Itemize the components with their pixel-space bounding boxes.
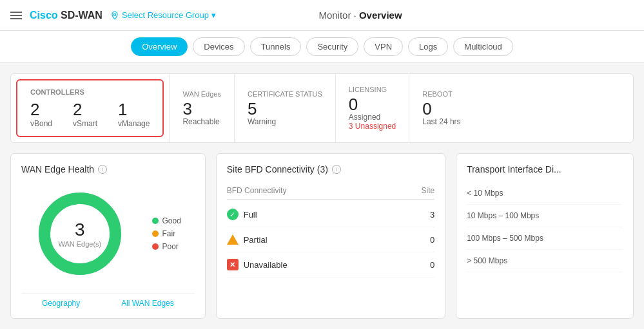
svg-point-0 (113, 14, 116, 16)
fair-label: Fair (162, 229, 176, 238)
bfd-col-site: Site (421, 186, 434, 195)
vmanage-count: 1 (118, 101, 150, 118)
bfd-card: Site BFD Connectivity (3) i BFD Connecti… (216, 153, 445, 319)
status-full-icon: ✓ (227, 209, 239, 220)
bfd-full-left: ✓ Full (227, 209, 257, 220)
good-dot (152, 218, 159, 224)
stats-row: CONTROLLERS 2 vBond 2 vSmart 1 vManage W… (10, 73, 634, 143)
resource-group-selector[interactable]: Select Resource Group ▾ (110, 10, 216, 20)
header: Cisco SD-WAN Select Resource Group ▾ Mon… (0, 0, 644, 31)
donut-legend: Good Fair Poor (152, 216, 181, 251)
controllers-section: CONTROLLERS 2 vBond 2 vSmart 1 vManage (16, 79, 164, 137)
bfd-full-count: 3 (430, 210, 434, 220)
vbond-stat: 2 vBond (30, 101, 52, 128)
vbond-label: vBond (30, 119, 52, 128)
bfd-title: Site BFD Connectivity (3) i (227, 164, 434, 174)
header-left: Cisco SD-WAN Select Resource Group ▾ (10, 10, 216, 21)
logo-sdwan: SD-WAN (58, 10, 102, 21)
donut-number: 3 (58, 220, 101, 240)
wan-edge-health-card: WAN Edge Health i 3 WAN Edge(s) (10, 153, 206, 319)
bfd-full-label: Full (244, 210, 257, 220)
wan-edge-health-title: WAN Edge Health i (21, 164, 195, 174)
bfd-row-unavailable: ✕ Unavailable 0 (227, 252, 434, 277)
monitor-label: Monitor · (318, 10, 359, 21)
transport-row-0: < 10 Mbps (467, 182, 623, 205)
wan-edge-health-footer: Geography All WAN Edges (21, 293, 195, 308)
app-logo: Cisco SD-WAN (30, 10, 102, 21)
vmanage-label: vManage (118, 119, 150, 128)
bfd-row-full: ✓ Full 3 (227, 202, 434, 227)
bfd-row-partial: Partial 0 (227, 227, 434, 252)
wan-edges-label: WAN Edges (182, 90, 221, 98)
bfd-partial-label: Partial (244, 235, 268, 245)
legend-poor: Poor (152, 242, 181, 251)
licensing-unassigned: 3 Unassigned (349, 122, 396, 131)
tab-devices[interactable]: Devices (193, 37, 244, 56)
transport-row-2: 100 Mbps – 500 Mbps (467, 227, 623, 250)
donut-label: WAN Edge(s) (58, 240, 101, 248)
fair-dot (152, 230, 159, 237)
location-icon (110, 11, 119, 20)
geography-link[interactable]: Geography (42, 299, 80, 308)
cert-status-label: CERTIFICATE STATUS (248, 90, 322, 98)
bfd-col-connectivity: BFD Connectivity (227, 186, 287, 195)
chevron-down-icon: ▾ (211, 10, 216, 20)
cards-row: WAN Edge Health i 3 WAN Edge(s) (10, 153, 634, 319)
tab-logs[interactable]: Logs (408, 37, 448, 56)
donut-container: 3 WAN Edge(s) Good Fair Poor (21, 182, 195, 285)
cert-status-count: 5 (248, 100, 322, 117)
licensing-count: 0 (349, 96, 396, 113)
wan-edges-count: 3 (182, 100, 221, 117)
cert-status-section: CERTIFICATE STATUS 5 Warning (234, 74, 335, 142)
wan-edges-sub: Reachable (182, 117, 221, 126)
reboot-count: 0 (422, 100, 460, 117)
all-wan-edges-link[interactable]: All WAN Edges (121, 299, 174, 308)
poor-label: Poor (162, 242, 179, 251)
tab-tunnels[interactable]: Tunnels (250, 37, 302, 56)
nav-tabs: Overview Devices Tunnels Security VPN Lo… (0, 31, 644, 63)
bfd-unavailable-count: 0 (430, 260, 434, 270)
bfd-unavailable-label: Unavailable (244, 260, 288, 270)
tab-overview[interactable]: Overview (131, 37, 188, 56)
main-content: CONTROLLERS 2 vBond 2 vSmart 1 vManage W… (0, 63, 644, 329)
bfd-table-header: BFD Connectivity Site (227, 182, 434, 200)
bfd-unavailable-left: ✕ Unavailable (227, 259, 288, 270)
controllers-items: 2 vBond 2 vSmart 1 vManage (30, 101, 150, 128)
transport-title: Transport Interface Di... (467, 164, 623, 174)
transport-row-1: 10 Mbps – 100 Mbps (467, 205, 623, 227)
vmanage-stat: 1 vManage (118, 101, 150, 128)
tab-multicloud[interactable]: Multicloud (453, 37, 513, 56)
page-title: Overview (359, 10, 402, 21)
vsmart-count: 2 (73, 101, 97, 118)
good-label: Good (162, 216, 181, 225)
tab-security[interactable]: Security (306, 37, 358, 56)
licensing-sub: Assigned (349, 113, 396, 122)
bfd-info-icon[interactable]: i (332, 165, 341, 174)
controllers-label: CONTROLLERS (30, 88, 150, 96)
info-icon[interactable]: i (98, 165, 107, 174)
licensing-section: LICENSING 0 Assigned 3 Unassigned (335, 74, 409, 142)
bfd-partial-left: Partial (227, 234, 268, 245)
page-breadcrumb: Monitor · Overview (318, 10, 402, 21)
legend-fair: Fair (152, 229, 181, 238)
vsmart-label: vSmart (73, 119, 97, 128)
tab-vpn[interactable]: VPN (364, 37, 403, 56)
wan-edges-section: WAN Edges 3 Reachable (169, 74, 234, 142)
resource-group-label: Select Resource Group (122, 10, 209, 20)
transport-row-3: > 500 Mbps (467, 250, 623, 272)
legend-good: Good (152, 216, 181, 225)
transport-card: Transport Interface Di... < 10 Mbps 10 M… (456, 153, 634, 319)
poor-dot (152, 243, 159, 250)
vsmart-stat: 2 vSmart (73, 101, 97, 128)
status-partial-icon (227, 234, 239, 245)
bfd-partial-count: 0 (430, 235, 434, 245)
hamburger-menu[interactable] (10, 12, 22, 19)
reboot-sub: Last 24 hrs (422, 117, 460, 126)
cert-status-sub: Warning (248, 117, 322, 126)
vbond-count: 2 (30, 101, 52, 118)
check-icon: ✓ (229, 211, 235, 219)
licensing-label: LICENSING (349, 86, 396, 93)
status-unavailable-icon: ✕ (227, 259, 239, 270)
donut-chart: 3 WAN Edge(s) (35, 189, 125, 279)
reboot-label: REBOOT (422, 90, 460, 98)
